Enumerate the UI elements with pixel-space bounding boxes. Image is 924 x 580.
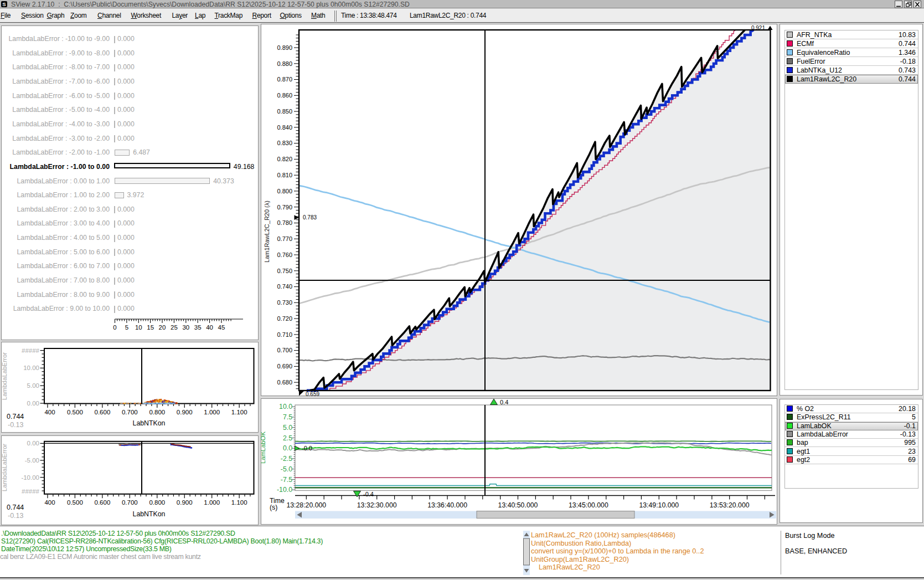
- svg-text:-7.5: -7.5: [281, 476, 292, 484]
- svg-text:13:40:50.000: 13:40:50.000: [498, 501, 538, 509]
- svg-text:#####: #####: [22, 488, 40, 495]
- svg-text:0.730: 0.730: [277, 299, 292, 306]
- svg-text:0.800: 0.800: [149, 409, 165, 415]
- svg-text:0.00: 0.00: [27, 400, 39, 407]
- svg-text:1.100: 1.100: [231, 409, 247, 415]
- svg-text:0.750: 0.750: [277, 268, 292, 274]
- svg-text:-0.13: -0.13: [8, 421, 24, 429]
- svg-text:30: 30: [182, 324, 189, 331]
- svg-text:35: 35: [194, 324, 202, 331]
- svg-text:0.659: 0.659: [306, 391, 319, 397]
- svg-text:0.710: 0.710: [277, 331, 292, 338]
- svg-text:13:45:00.000: 13:45:00.000: [569, 501, 608, 509]
- svg-text:0.4: 0.4: [500, 399, 508, 406]
- svg-text:1.100: 1.100: [231, 499, 247, 506]
- svg-text:0.744: 0.744: [7, 504, 24, 511]
- svg-text:0.690: 0.690: [277, 363, 292, 369]
- svg-text:0.820: 0.820: [277, 156, 292, 162]
- svg-text:13:49:10.000: 13:49:10.000: [639, 501, 679, 509]
- svg-text:0.840: 0.840: [277, 124, 292, 131]
- svg-text:-10.00: -10.00: [21, 474, 39, 481]
- svg-text:15: 15: [147, 324, 154, 331]
- svg-text:13:28:20.000: 13:28:20.000: [286, 501, 326, 509]
- svg-text:400: 400: [44, 499, 55, 506]
- svg-text:0.700: 0.700: [122, 409, 138, 415]
- svg-text:0.800: 0.800: [149, 499, 165, 506]
- svg-text:LambdaLabError: LambdaLabError: [1, 444, 8, 491]
- svg-text:-0.0: -0.0: [302, 445, 312, 451]
- svg-text:0.790: 0.790: [277, 204, 292, 211]
- svg-text:13:32:30.000: 13:32:30.000: [357, 501, 397, 509]
- svg-text:0.770: 0.770: [277, 235, 292, 242]
- svg-text:0.783: 0.783: [303, 214, 317, 220]
- svg-text:0.860: 0.860: [277, 92, 292, 99]
- svg-text:0.600: 0.600: [95, 409, 111, 415]
- svg-text:Lam1RawL2C_R20 (λ): Lam1RawL2C_R20 (λ): [264, 201, 270, 263]
- svg-text:0.0: 0.0: [283, 444, 292, 452]
- svg-text:10.0: 10.0: [279, 403, 292, 410]
- svg-text:0: 0: [113, 324, 116, 331]
- svg-text:-0.13: -0.13: [8, 512, 24, 520]
- svg-text:0.810: 0.810: [277, 172, 292, 178]
- svg-text:0.890: 0.890: [277, 44, 292, 51]
- svg-text:(s): (s): [270, 504, 277, 511]
- svg-text:5.0: 5.0: [283, 424, 292, 432]
- svg-text:-5.00: -5.00: [25, 457, 39, 464]
- svg-text:0.700: 0.700: [277, 347, 292, 353]
- svg-text:25: 25: [171, 324, 178, 331]
- svg-text:#####: #####: [22, 347, 40, 354]
- svg-text:0.500: 0.500: [67, 499, 83, 506]
- svg-text:0.760: 0.760: [277, 251, 292, 258]
- svg-text:0.740: 0.740: [277, 283, 292, 290]
- svg-text:0.830: 0.830: [277, 140, 292, 146]
- svg-text:10.00: 10.00: [23, 365, 39, 371]
- svg-text:0.921: 0.921: [751, 25, 765, 31]
- svg-text:1.000: 1.000: [204, 409, 220, 415]
- svg-text:0.870: 0.870: [277, 76, 292, 83]
- svg-text:0.900: 0.900: [177, 499, 193, 506]
- svg-text:-0.4: -0.4: [363, 491, 374, 497]
- svg-text:-5.0: -5.0: [281, 465, 292, 473]
- svg-text:10: 10: [135, 324, 142, 331]
- svg-text:400: 400: [44, 409, 55, 415]
- svg-text:40: 40: [206, 324, 213, 331]
- svg-text:5.00: 5.00: [27, 382, 39, 389]
- svg-text:-10.0: -10.0: [277, 486, 292, 494]
- svg-text:13:53:20.000: 13:53:20.000: [710, 501, 750, 509]
- svg-text:0.850: 0.850: [277, 108, 292, 115]
- svg-text:0.720: 0.720: [277, 315, 292, 322]
- svg-text:0.00: 0.00: [27, 440, 39, 446]
- svg-text:LambdaLabError: LambdaLabError: [1, 352, 8, 400]
- svg-text:LabNTKon: LabNTKon: [133, 510, 166, 518]
- svg-text:7.5: 7.5: [283, 413, 292, 421]
- svg-text:0.880: 0.880: [277, 60, 292, 67]
- svg-text:1.000: 1.000: [204, 499, 220, 506]
- svg-text:5: 5: [125, 324, 128, 331]
- svg-text:0.800: 0.800: [277, 188, 292, 194]
- svg-text:0.780: 0.780: [277, 219, 292, 226]
- svg-text:20: 20: [159, 324, 166, 331]
- svg-text:0.900: 0.900: [177, 409, 193, 415]
- svg-text:13:36:40.000: 13:36:40.000: [427, 501, 467, 509]
- svg-text:LabNTKon: LabNTKon: [133, 419, 166, 427]
- svg-text:LamLabOK: LamLabOK: [261, 432, 266, 464]
- svg-text:0.500: 0.500: [67, 409, 83, 415]
- svg-text:-2.5: -2.5: [281, 455, 292, 463]
- svg-text:2.5: 2.5: [283, 434, 292, 442]
- svg-text:0.744: 0.744: [7, 413, 24, 420]
- svg-text:45: 45: [218, 324, 225, 331]
- svg-text:0.700: 0.700: [122, 499, 138, 506]
- svg-text:0.600: 0.600: [95, 499, 111, 506]
- svg-text:0.680: 0.680: [277, 379, 292, 386]
